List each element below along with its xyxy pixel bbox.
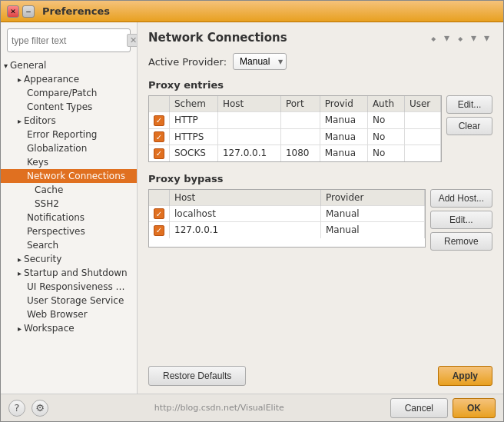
- sidebar-item-network-connections[interactable]: Network Connections: [1, 169, 137, 183]
- footer-bar: ? ⚙ http://blog.csdn.net/VisualElite Can…: [1, 394, 503, 421]
- close-button[interactable]: ✕: [7, 5, 19, 18]
- proxy-bypass-table: Host Provider ✓ localhost Manual ✓: [149, 190, 425, 238]
- entry-provider-http: Manua: [320, 112, 367, 129]
- footer-cancel-ok: Cancel OK: [390, 398, 496, 418]
- entry-host-https: [217, 128, 280, 145]
- sidebar-item-perspectives[interactable]: Perspectives: [1, 224, 137, 238]
- bypass-col-host: Host: [170, 190, 321, 206]
- right-panel: Network Connections ⬥ ▾ ⬥ ▾ ▾ Active Pro…: [138, 22, 503, 394]
- entry-auth-http: No: [367, 112, 404, 129]
- panel-header: Network Connections ⬥ ▾ ⬥ ▾ ▾: [148, 30, 492, 45]
- entry-user-socks: [404, 145, 440, 161]
- sidebar-item-editors[interactable]: ▸Editors: [1, 114, 137, 128]
- sidebar-item-workspace[interactable]: ▸Workspace: [1, 321, 137, 335]
- col-check: [149, 96, 170, 112]
- titlebar: ✕ − Preferences: [1, 1, 503, 22]
- bypass-checkbox-127[interactable]: ✓: [154, 225, 164, 236]
- table-row[interactable]: ✓ 127.0.0.1 Manual: [149, 222, 424, 238]
- table-row[interactable]: ✓ SOCKS 127.0.0.1 1080 Manua No: [149, 145, 441, 161]
- sidebar: ✕ ▾General ▸Appearance Compare/Patch Con…: [1, 22, 138, 394]
- sidebar-item-appearance[interactable]: ▸Appearance: [1, 72, 137, 86]
- sidebar-item-user-storage[interactable]: User Storage Service: [1, 294, 137, 307]
- proxy-bypass-section: Host Provider ✓ localhost Manual ✓: [148, 189, 492, 251]
- proxy-bypass-remove-button[interactable]: Remove: [430, 232, 492, 251]
- bypass-checkbox-localhost[interactable]: ✓: [154, 208, 164, 219]
- col-port: Port: [280, 96, 320, 112]
- apply-button[interactable]: Apply: [438, 366, 492, 386]
- entry-provider-https: Manua: [320, 128, 367, 145]
- provider-row: Active Provider: Manual Direct: [148, 53, 492, 70]
- entry-scheme-https: HTTPS: [170, 128, 218, 145]
- search-bar: ✕: [7, 28, 131, 52]
- proxy-entries-section: Schem Host Port Provid Auth User ✓: [148, 95, 492, 165]
- nav-forward-button[interactable]: ⬥: [454, 30, 466, 45]
- nav-forward-arrow[interactable]: ▾: [468, 30, 479, 45]
- entry-user-http: [404, 112, 440, 129]
- restore-defaults-button[interactable]: Restore Defaults: [148, 366, 246, 386]
- entry-user-https: [404, 128, 440, 145]
- sidebar-item-web-browser[interactable]: Web Browser: [1, 307, 137, 321]
- sidebar-item-globalization[interactable]: Globalization: [1, 141, 137, 155]
- entry-auth-https: No: [367, 128, 404, 145]
- sidebar-item-keys[interactable]: Keys: [1, 155, 137, 169]
- col-host: Host: [217, 96, 280, 112]
- sidebar-item-ui-responsiveness[interactable]: UI Responsiveness Mo...: [1, 280, 137, 294]
- help-icon[interactable]: ?: [8, 400, 25, 417]
- bypass-col-provider: Provider: [320, 190, 424, 206]
- entry-port-https: [280, 128, 320, 145]
- table-row[interactable]: ✓ HTTP Manua No: [149, 112, 441, 129]
- bypass-host-127: 127.0.0.1: [170, 222, 321, 238]
- nav-back-arrow[interactable]: ▾: [441, 30, 453, 45]
- nav-buttons: ⬥ ▾ ⬥ ▾ ▾: [427, 30, 492, 45]
- ok-button[interactable]: OK: [453, 398, 496, 418]
- sidebar-item-content-types[interactable]: Content Types: [1, 100, 137, 114]
- sidebar-item-error-reporting[interactable]: Error Reporting: [1, 128, 137, 141]
- proxy-entries-label: Proxy entries: [148, 79, 492, 91]
- bottom-buttons: Restore Defaults Apply: [148, 360, 492, 386]
- proxy-entries-edit-button[interactable]: Edit...: [446, 95, 492, 114]
- bypass-col-check: [149, 190, 170, 206]
- search-input[interactable]: [12, 35, 127, 46]
- sidebar-item-security[interactable]: ▸Security: [1, 252, 137, 266]
- col-provider: Provid: [320, 96, 367, 112]
- nav-back-button[interactable]: ⬥: [427, 30, 439, 45]
- sidebar-item-ssh2[interactable]: SSH2: [1, 197, 137, 211]
- bypass-host-localhost: localhost: [170, 205, 321, 222]
- col-auth: Auth: [367, 96, 404, 112]
- table-row[interactable]: ✓ HTTPS Manua No: [149, 128, 441, 145]
- entry-checkbox-https[interactable]: ✓: [154, 131, 164, 142]
- entry-checkbox-socks[interactable]: ✓: [154, 148, 164, 159]
- sidebar-item-startup-shutdown[interactable]: ▸Startup and Shutdown: [1, 266, 137, 280]
- proxy-bypass-buttons: Add Host... Edit... Remove: [430, 189, 492, 251]
- sidebar-item-search[interactable]: Search: [1, 238, 137, 252]
- entry-host-socks: 127.0.0.1: [217, 145, 280, 161]
- proxy-bypass-label: Proxy bypass: [148, 173, 492, 184]
- settings-icon[interactable]: ⚙: [32, 400, 48, 417]
- sidebar-tree: ▾General ▸Appearance Compare/Patch Conte…: [1, 57, 137, 394]
- provider-select[interactable]: Manual Direct: [233, 53, 287, 70]
- proxy-entries-clear-button[interactable]: Clear: [446, 117, 492, 135]
- provider-select-wrapper: Manual Direct: [233, 53, 287, 70]
- proxy-bypass-edit-button[interactable]: Edit...: [430, 211, 492, 229]
- minimize-button[interactable]: −: [22, 5, 35, 18]
- sidebar-item-cache[interactable]: Cache: [1, 183, 137, 197]
- panel-title: Network Connections: [148, 31, 287, 45]
- entry-host-http: [217, 112, 280, 129]
- sidebar-item-notifications[interactable]: Notifications: [1, 211, 137, 224]
- col-user: User: [404, 96, 440, 112]
- proxy-entries-table: Schem Host Port Provid Auth User ✓: [149, 96, 441, 161]
- proxy-bypass-add-host-button[interactable]: Add Host...: [430, 189, 492, 208]
- search-clear-button[interactable]: ✕: [127, 34, 138, 47]
- nav-menu-button[interactable]: ▾: [481, 30, 492, 45]
- proxy-entries-buttons: Edit... Clear: [446, 95, 492, 165]
- sidebar-item-general[interactable]: ▾General: [1, 58, 137, 72]
- provider-label: Active Provider:: [148, 56, 227, 68]
- entry-checkbox-http[interactable]: ✓: [154, 115, 164, 126]
- main-content: ✕ ▾General ▸Appearance Compare/Patch Con…: [1, 22, 503, 394]
- proxy-bypass-table-container: Host Provider ✓ localhost Manual ✓: [148, 189, 426, 248]
- sidebar-item-compare-patch[interactable]: Compare/Patch: [1, 86, 137, 100]
- table-row[interactable]: ✓ localhost Manual: [149, 205, 424, 222]
- entry-port-http: [280, 112, 320, 129]
- col-scheme: Schem: [170, 96, 218, 112]
- cancel-button[interactable]: Cancel: [390, 398, 448, 418]
